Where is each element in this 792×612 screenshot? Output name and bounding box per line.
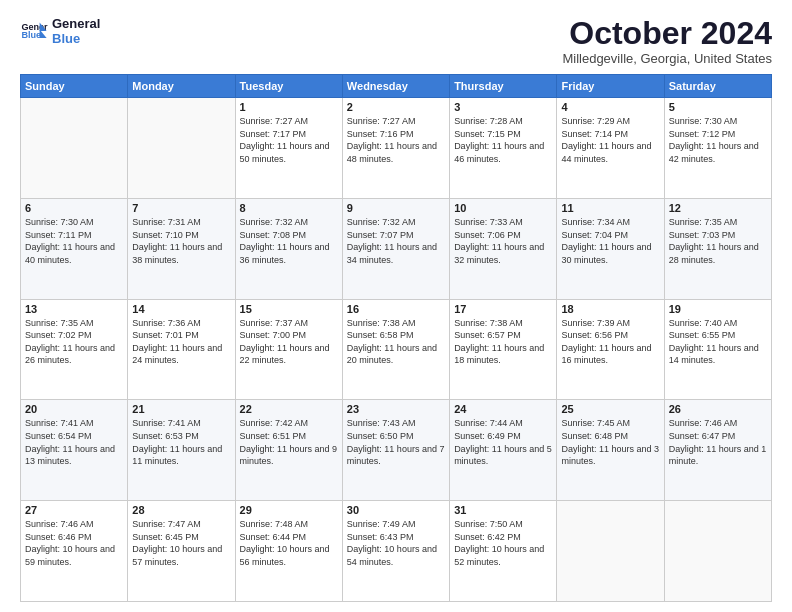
day-info: Sunrise: 7:30 AM Sunset: 7:12 PM Dayligh… <box>669 115 767 165</box>
day-number: 5 <box>669 101 767 113</box>
day-info: Sunrise: 7:35 AM Sunset: 7:03 PM Dayligh… <box>669 216 767 266</box>
header-day-sunday: Sunday <box>21 75 128 98</box>
day-info: Sunrise: 7:44 AM Sunset: 6:49 PM Dayligh… <box>454 417 552 467</box>
day-cell: 28Sunrise: 7:47 AM Sunset: 6:45 PM Dayli… <box>128 501 235 602</box>
day-cell: 8Sunrise: 7:32 AM Sunset: 7:08 PM Daylig… <box>235 198 342 299</box>
day-number: 1 <box>240 101 338 113</box>
day-cell: 6Sunrise: 7:30 AM Sunset: 7:11 PM Daylig… <box>21 198 128 299</box>
header: General Blue General Blue October 2024 M… <box>20 16 772 66</box>
day-info: Sunrise: 7:46 AM Sunset: 6:47 PM Dayligh… <box>669 417 767 467</box>
day-cell: 11Sunrise: 7:34 AM Sunset: 7:04 PM Dayli… <box>557 198 664 299</box>
logo: General Blue General Blue <box>20 16 100 46</box>
header-day-saturday: Saturday <box>664 75 771 98</box>
day-number: 23 <box>347 403 445 415</box>
day-number: 2 <box>347 101 445 113</box>
day-cell: 3Sunrise: 7:28 AM Sunset: 7:15 PM Daylig… <box>450 98 557 199</box>
day-info: Sunrise: 7:49 AM Sunset: 6:43 PM Dayligh… <box>347 518 445 568</box>
day-cell: 21Sunrise: 7:41 AM Sunset: 6:53 PM Dayli… <box>128 400 235 501</box>
day-cell: 13Sunrise: 7:35 AM Sunset: 7:02 PM Dayli… <box>21 299 128 400</box>
day-cell: 23Sunrise: 7:43 AM Sunset: 6:50 PM Dayli… <box>342 400 449 501</box>
subtitle: Milledgeville, Georgia, United States <box>562 51 772 66</box>
week-row-2: 6Sunrise: 7:30 AM Sunset: 7:11 PM Daylig… <box>21 198 772 299</box>
day-info: Sunrise: 7:47 AM Sunset: 6:45 PM Dayligh… <box>132 518 230 568</box>
day-number: 17 <box>454 303 552 315</box>
day-cell: 4Sunrise: 7:29 AM Sunset: 7:14 PM Daylig… <box>557 98 664 199</box>
day-info: Sunrise: 7:43 AM Sunset: 6:50 PM Dayligh… <box>347 417 445 467</box>
day-number: 25 <box>561 403 659 415</box>
day-number: 20 <box>25 403 123 415</box>
day-number: 8 <box>240 202 338 214</box>
day-info: Sunrise: 7:41 AM Sunset: 6:54 PM Dayligh… <box>25 417 123 467</box>
day-info: Sunrise: 7:40 AM Sunset: 6:55 PM Dayligh… <box>669 317 767 367</box>
day-number: 24 <box>454 403 552 415</box>
day-cell: 9Sunrise: 7:32 AM Sunset: 7:07 PM Daylig… <box>342 198 449 299</box>
header-day-tuesday: Tuesday <box>235 75 342 98</box>
day-number: 6 <box>25 202 123 214</box>
day-info: Sunrise: 7:27 AM Sunset: 7:17 PM Dayligh… <box>240 115 338 165</box>
day-number: 13 <box>25 303 123 315</box>
day-info: Sunrise: 7:36 AM Sunset: 7:01 PM Dayligh… <box>132 317 230 367</box>
day-number: 31 <box>454 504 552 516</box>
day-cell: 2Sunrise: 7:27 AM Sunset: 7:16 PM Daylig… <box>342 98 449 199</box>
header-day-thursday: Thursday <box>450 75 557 98</box>
day-info: Sunrise: 7:48 AM Sunset: 6:44 PM Dayligh… <box>240 518 338 568</box>
day-info: Sunrise: 7:42 AM Sunset: 6:51 PM Dayligh… <box>240 417 338 467</box>
day-info: Sunrise: 7:38 AM Sunset: 6:58 PM Dayligh… <box>347 317 445 367</box>
day-cell <box>557 501 664 602</box>
day-number: 12 <box>669 202 767 214</box>
calendar-header-row: SundayMondayTuesdayWednesdayThursdayFrid… <box>21 75 772 98</box>
logo-icon: General Blue <box>20 17 48 45</box>
day-number: 11 <box>561 202 659 214</box>
svg-text:Blue: Blue <box>21 30 41 40</box>
day-info: Sunrise: 7:27 AM Sunset: 7:16 PM Dayligh… <box>347 115 445 165</box>
day-cell: 24Sunrise: 7:44 AM Sunset: 6:49 PM Dayli… <box>450 400 557 501</box>
day-cell: 27Sunrise: 7:46 AM Sunset: 6:46 PM Dayli… <box>21 501 128 602</box>
month-title: October 2024 <box>562 16 772 51</box>
day-cell: 5Sunrise: 7:30 AM Sunset: 7:12 PM Daylig… <box>664 98 771 199</box>
day-cell: 15Sunrise: 7:37 AM Sunset: 7:00 PM Dayli… <box>235 299 342 400</box>
day-cell: 20Sunrise: 7:41 AM Sunset: 6:54 PM Dayli… <box>21 400 128 501</box>
day-number: 19 <box>669 303 767 315</box>
day-info: Sunrise: 7:41 AM Sunset: 6:53 PM Dayligh… <box>132 417 230 467</box>
day-cell: 7Sunrise: 7:31 AM Sunset: 7:10 PM Daylig… <box>128 198 235 299</box>
day-info: Sunrise: 7:50 AM Sunset: 6:42 PM Dayligh… <box>454 518 552 568</box>
day-number: 22 <box>240 403 338 415</box>
day-number: 29 <box>240 504 338 516</box>
day-number: 4 <box>561 101 659 113</box>
day-number: 21 <box>132 403 230 415</box>
day-info: Sunrise: 7:33 AM Sunset: 7:06 PM Dayligh… <box>454 216 552 266</box>
day-cell <box>664 501 771 602</box>
calendar-table: SundayMondayTuesdayWednesdayThursdayFrid… <box>20 74 772 602</box>
day-info: Sunrise: 7:32 AM Sunset: 7:08 PM Dayligh… <box>240 216 338 266</box>
day-cell: 14Sunrise: 7:36 AM Sunset: 7:01 PM Dayli… <box>128 299 235 400</box>
day-number: 15 <box>240 303 338 315</box>
day-info: Sunrise: 7:28 AM Sunset: 7:15 PM Dayligh… <box>454 115 552 165</box>
day-number: 16 <box>347 303 445 315</box>
day-cell: 26Sunrise: 7:46 AM Sunset: 6:47 PM Dayli… <box>664 400 771 501</box>
day-info: Sunrise: 7:35 AM Sunset: 7:02 PM Dayligh… <box>25 317 123 367</box>
day-cell <box>21 98 128 199</box>
week-row-1: 1Sunrise: 7:27 AM Sunset: 7:17 PM Daylig… <box>21 98 772 199</box>
day-number: 27 <box>25 504 123 516</box>
day-cell: 18Sunrise: 7:39 AM Sunset: 6:56 PM Dayli… <box>557 299 664 400</box>
day-info: Sunrise: 7:30 AM Sunset: 7:11 PM Dayligh… <box>25 216 123 266</box>
day-info: Sunrise: 7:37 AM Sunset: 7:00 PM Dayligh… <box>240 317 338 367</box>
day-cell: 22Sunrise: 7:42 AM Sunset: 6:51 PM Dayli… <box>235 400 342 501</box>
day-info: Sunrise: 7:38 AM Sunset: 6:57 PM Dayligh… <box>454 317 552 367</box>
day-info: Sunrise: 7:34 AM Sunset: 7:04 PM Dayligh… <box>561 216 659 266</box>
day-cell: 17Sunrise: 7:38 AM Sunset: 6:57 PM Dayli… <box>450 299 557 400</box>
day-info: Sunrise: 7:39 AM Sunset: 6:56 PM Dayligh… <box>561 317 659 367</box>
day-info: Sunrise: 7:45 AM Sunset: 6:48 PM Dayligh… <box>561 417 659 467</box>
day-number: 10 <box>454 202 552 214</box>
day-info: Sunrise: 7:31 AM Sunset: 7:10 PM Dayligh… <box>132 216 230 266</box>
page: General Blue General Blue October 2024 M… <box>0 0 792 612</box>
day-number: 26 <box>669 403 767 415</box>
day-number: 9 <box>347 202 445 214</box>
day-cell: 10Sunrise: 7:33 AM Sunset: 7:06 PM Dayli… <box>450 198 557 299</box>
day-cell: 29Sunrise: 7:48 AM Sunset: 6:44 PM Dayli… <box>235 501 342 602</box>
day-number: 14 <box>132 303 230 315</box>
day-info: Sunrise: 7:29 AM Sunset: 7:14 PM Dayligh… <box>561 115 659 165</box>
day-cell: 30Sunrise: 7:49 AM Sunset: 6:43 PM Dayli… <box>342 501 449 602</box>
day-cell: 12Sunrise: 7:35 AM Sunset: 7:03 PM Dayli… <box>664 198 771 299</box>
day-number: 7 <box>132 202 230 214</box>
